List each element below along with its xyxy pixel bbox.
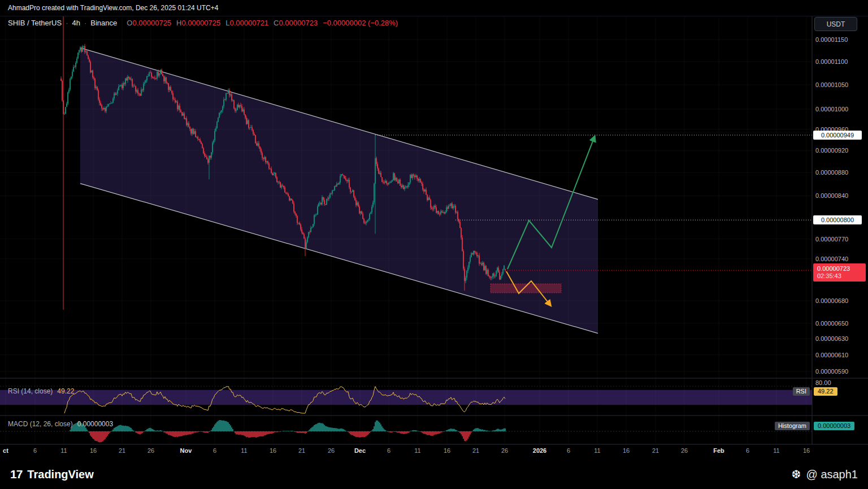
time-tick-label: 6 — [33, 447, 37, 455]
time-tick-label: 26 — [328, 447, 335, 455]
low-value: 0.00000721 — [229, 19, 268, 27]
macd-axis-value-badge: 0.00000003 — [814, 422, 854, 430]
attribution-text: AhmadPro created with TradingView.com, D… — [8, 4, 218, 12]
time-tick-label: 21 — [119, 447, 125, 455]
symbol-legend: SHIB / TetherUS · 4h · Binance O0.000007… — [8, 19, 398, 27]
time-tick-label: Nov — [180, 447, 192, 455]
price-tick-label: 0.00000920 — [815, 146, 848, 154]
time-tick-label: Dec — [354, 447, 366, 455]
symbol-name[interactable]: SHIB / TetherUS — [8, 19, 62, 27]
rsi-axis-name-badge: RSI — [793, 387, 810, 396]
author-handle-text: @ asaph1 — [806, 468, 858, 481]
time-tick-label: 16 — [270, 447, 276, 455]
time-tick-label: 16 — [803, 447, 810, 455]
close-value: 0.00000723 — [279, 19, 318, 27]
rsi-legend-value: 49.22 — [57, 387, 74, 395]
time-tick-label: 6 — [567, 447, 570, 455]
chart-canvas[interactable] — [0, 0, 868, 461]
time-tick-label: 11 — [60, 447, 67, 455]
macd-legend-title: MACD (12, 26, close) — [8, 420, 73, 428]
price-tick-label: 0.00000880 — [815, 168, 848, 176]
macd-axis-name-badge: Histogram — [775, 422, 810, 430]
time-tick-label: 21 — [298, 447, 305, 455]
time-tick-label: 11 — [594, 447, 600, 455]
price-tick-label: 0.00000610 — [815, 351, 848, 359]
macd-legend[interactable]: MACD (12, 26, close) 0.00000003 — [8, 420, 113, 428]
tradingview-mark-icon: 17 — [10, 468, 22, 481]
ohlc-values: O0.00000725 H0.00000725 L0.00000721 C0.0… — [127, 19, 398, 27]
price-tick-label: 0.00001050 — [815, 81, 848, 89]
time-tick-label: 6 — [213, 447, 216, 455]
time-tick-label: 16 — [623, 447, 630, 455]
binance-diamond-icon: ❆ — [792, 468, 801, 481]
price-tick-label: 0.00000770 — [815, 235, 848, 243]
bar-countdown: 02:35:43 — [817, 272, 866, 280]
attribution-bar: AhmadPro created with TradingView.com, D… — [0, 0, 868, 16]
tradingview-wordmark: TradingView — [27, 468, 93, 481]
last-price-value: 0.00000723 — [817, 265, 866, 272]
tradingview-chart-window: AhmadPro created with TradingView.com, D… — [0, 0, 868, 489]
price-tick-label: 0.00000590 — [815, 367, 848, 375]
exchange-label: Binance — [90, 19, 117, 27]
macd-legend-value: 0.00000003 — [77, 420, 113, 428]
time-tick-label: ct — [3, 447, 8, 455]
price-tick-label: 0.00000840 — [815, 192, 848, 200]
legend-separator: · — [84, 19, 86, 27]
time-tick-label: Feb — [713, 447, 724, 455]
time-tick-label: 16 — [90, 447, 97, 455]
time-tick-label: 26 — [147, 447, 154, 455]
open-label: O — [127, 19, 132, 27]
time-tick-label: 21 — [472, 447, 479, 455]
high-value: 0.00000725 — [181, 19, 220, 27]
legend-separator: · — [66, 19, 68, 27]
change-value: −0.00000002 (−0.28%) — [323, 19, 398, 27]
rsi-axis-value-badge: 49.22 — [814, 387, 837, 396]
price-tick-label: 0.00000680 — [815, 297, 848, 305]
target-zone — [491, 284, 561, 293]
time-tick-label: 26 — [681, 447, 688, 455]
time-tick-label: 2026 — [533, 447, 546, 455]
price-tick-label: 0.00000630 — [815, 335, 848, 343]
price-level-label-949: 0.00000949 — [813, 131, 862, 140]
currency-toggle-button[interactable]: USDT — [814, 17, 857, 31]
open-value: 0.00000725 — [132, 19, 171, 27]
interval-label[interactable]: 4h — [72, 19, 80, 27]
price-tick-label: 0.00001150 — [815, 36, 848, 44]
time-tick-label: 11 — [414, 447, 420, 455]
time-tick-label: 6 — [387, 447, 390, 455]
last-price-badge: 0.00000723 02:35:43 — [813, 263, 866, 282]
time-tick-label: 6 — [746, 447, 749, 455]
price-tick-label: 0.00001000 — [815, 105, 848, 113]
rsi-legend-title: RSI (14, close) — [8, 387, 53, 395]
time-tick-label: 16 — [444, 447, 450, 455]
time-tick-label: 11 — [241, 447, 247, 455]
footer-bar: 17 TradingView ❆ @ asaph1 — [0, 460, 868, 489]
rsi-80-level-label: 80.00 — [815, 379, 831, 386]
tradingview-logo[interactable]: 17 TradingView — [10, 468, 94, 481]
time-tick-label: 21 — [652, 447, 659, 455]
rsi-legend[interactable]: RSI (14, close) 49.22 — [8, 387, 74, 395]
price-tick-label: 0.00001100 — [815, 58, 848, 66]
time-tick-label: 26 — [501, 447, 508, 455]
price-level-label-800: 0.00000800 — [813, 215, 862, 224]
price-tick-label: 0.00000650 — [815, 319, 848, 327]
price-tick-label: 0.00000740 — [815, 255, 848, 263]
time-tick-label: 11 — [773, 447, 779, 455]
author-handle: ❆ @ asaph1 — [792, 468, 858, 481]
